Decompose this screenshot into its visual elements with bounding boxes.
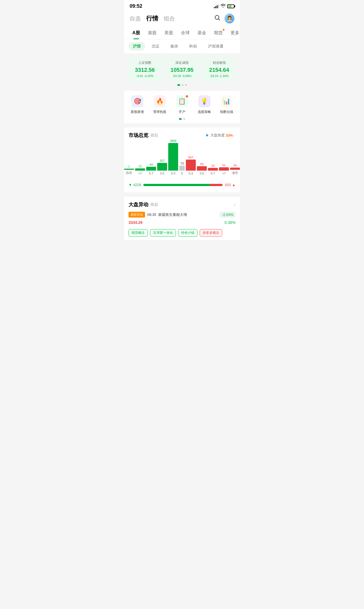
nav-tab-zuhe[interactable]: 组合 — [164, 15, 175, 22]
index-change-1: -93.30 -0.88% — [168, 74, 196, 78]
market-tab-hkshare[interactable]: 港股 — [144, 27, 160, 39]
avatar-image: 👩‍💼 — [226, 15, 232, 22]
arrow-down-icon: ▼ — [129, 183, 132, 187]
bar-col-2: 445-7 — [146, 163, 156, 175]
wifi-icon — [221, 4, 226, 9]
tag-pinduoduo[interactable]: 拼多多概念 — [200, 229, 222, 237]
nav-tab-hangqing[interactable]: 行情 — [146, 14, 158, 23]
quick-item-hotstock[interactable]: 🔥 雪球热股 — [149, 95, 171, 114]
market-overview-chart: 1跌停12>7445-73073-538660-37306670-3693-53… — [124, 142, 240, 181]
quick-item-indexval[interactable]: 📊 指数估值 — [215, 95, 238, 114]
bigmove-chart-row: 3334.29 0.36% — [124, 220, 240, 228]
index-change-2: -29.24 -1.34% — [205, 74, 233, 78]
bar-5 — [179, 166, 185, 171]
openacct-label: 开户 — [179, 110, 185, 114]
market-tab-ashare[interactable]: A股 — [129, 27, 144, 39]
index-card-shenzhen[interactable]: 深证成指 10537.95 -93.30 -0.88% — [165, 57, 200, 81]
bar-4 — [168, 143, 178, 171]
bar-0 — [124, 169, 134, 170]
progress-row: ▼ 4229 820 ▲ — [124, 181, 240, 188]
signal-icon — [214, 4, 219, 8]
bar-bottom-label-6: 0-3 — [189, 172, 193, 175]
market-tab-fund[interactable]: 基金 — [194, 27, 210, 39]
strategy-icon: 💡 — [198, 95, 210, 107]
tags-row: 期货概念 京津冀一体化 特色小镇 拼多多概念 — [124, 228, 240, 240]
heat-chevron-icon: › — [234, 133, 235, 138]
quick-item-strategy[interactable]: 💡 选股策略 — [193, 95, 215, 114]
bigmove-section: 大盘异动 收起 › 最新异动 09:35 家庭医生量能大增 -2.04% 333… — [124, 197, 240, 240]
index-cards-container: 上证指数 3312.56 -9.61 -0.29% 深证成指 10537.95 … — [124, 53, 240, 81]
arrow-up-icon: ▲ — [232, 183, 235, 187]
tag-qihuo[interactable]: 期货概念 — [129, 229, 148, 237]
bar-6 — [186, 160, 196, 171]
market-overview-collapse[interactable]: 收起 — [151, 133, 158, 138]
indexval-label: 指数估值 — [220, 110, 233, 114]
bigmove-collapse[interactable]: 收起 — [151, 202, 158, 207]
index-card-shangheng[interactable]: 上证指数 3312.56 -9.61 -0.29% — [127, 57, 162, 81]
market-tab-usshare[interactable]: 美股 — [160, 27, 177, 39]
sub-tab-beizh[interactable]: 北证 — [147, 42, 164, 51]
heat-indicator[interactable]: 大盘热度 33% › — [206, 133, 235, 138]
search-button[interactable] — [214, 14, 221, 23]
bar-3 — [157, 163, 167, 171]
tag-tese[interactable]: 特色小镇 — [178, 229, 197, 237]
market-overview-title: 市场总览 — [129, 132, 148, 139]
latest-pct: -2.04% — [220, 212, 235, 218]
quick-item-newstock[interactable]: 🎯 新股新债 — [126, 95, 149, 114]
heat-dot-icon — [206, 134, 208, 136]
market-tab-more[interactable]: 更多 — [227, 27, 240, 39]
rise-count: 820 ▲ — [225, 183, 235, 187]
bar-bottom-label-1: >7 — [138, 172, 142, 175]
market-tab-global[interactable]: 全球 — [177, 27, 194, 39]
bar-bottom-label-7: 3-5 — [200, 172, 204, 175]
bar-col-9: 51>7 — [219, 163, 229, 175]
tag-jingjin[interactable]: 京津冀一体化 — [150, 229, 176, 237]
nav-tab-zixuan[interactable]: 自选 — [130, 15, 141, 22]
index-name-0: 上证指数 — [131, 60, 159, 65]
bar-2 — [146, 167, 156, 171]
bar-top-label-5: 73 — [180, 162, 184, 165]
index-value-1: 10537.95 — [168, 67, 196, 73]
index-value-0: 3312.56 — [131, 67, 159, 73]
status-icons: ⚡ — [214, 4, 234, 9]
indexval-icon: 📊 — [221, 95, 233, 107]
sub-tab-hushengang[interactable]: 沪深港通 — [204, 42, 228, 51]
bigmove-header: 大盘异动 收起 › — [124, 197, 240, 211]
index-card-chuangye[interactable]: 创业板指 2154.64 -29.24 -1.34% — [202, 57, 237, 81]
dot-2-0 — [179, 118, 182, 120]
latest-badge: 最新异动 — [129, 212, 145, 218]
quick-access: 🎯 新股新债 🔥 雪球热股 📋 开户 💡 选股策略 📊 指数估值 — [124, 91, 240, 116]
bar-top-label-3: 307 — [160, 159, 165, 162]
sub-tab-hushen[interactable]: 沪深 — [129, 42, 145, 51]
dot-1-2 — [185, 84, 187, 86]
latest-text: 09:35 家庭医生量能大增 — [147, 212, 218, 217]
heat-label: 大盘热度 — [210, 133, 225, 138]
bar-col-4: 38660-3 — [168, 139, 178, 175]
bigmove-chevron-icon[interactable]: › — [234, 202, 235, 208]
quick-item-openacct[interactable]: 📋 开户 — [171, 95, 193, 114]
newstock-label: 新股新债 — [131, 110, 144, 114]
bar-col-6: 6670-3 — [186, 156, 196, 175]
bar-top-label-0: 1 — [128, 165, 130, 168]
dot-1-0 — [177, 84, 180, 86]
bar-bottom-label-9: >7 — [222, 172, 226, 175]
bar-col-1: 12>7 — [135, 165, 145, 175]
market-tab-futures[interactable]: 期货 — [210, 27, 227, 39]
bar-bottom-label-3: 3-5 — [160, 172, 164, 175]
progress-bar — [143, 184, 223, 186]
market-overview-header: 市场总览 收起 大盘热度 33% › — [124, 128, 240, 142]
bar-top-label-10: 34 — [233, 164, 237, 167]
latest-desc: 家庭医生量能大增 — [158, 213, 187, 217]
sub-tab-bankuai[interactable]: 板块 — [166, 42, 183, 51]
bar-7 — [197, 166, 207, 171]
bar-10 — [230, 168, 240, 170]
dot-2-1 — [183, 118, 185, 120]
bar-bottom-label-2: 5-7 — [149, 172, 153, 175]
progress-bar-fill — [143, 184, 210, 186]
market-category-tabs: A股 港股 美股 全球 基金 期货 更多 — [124, 27, 240, 39]
index-name-2: 创业板指 — [205, 60, 233, 65]
nav-tabs: 自选 行情 组合 — [130, 14, 175, 23]
avatar[interactable]: 👩‍💼 — [224, 14, 234, 23]
nav-header: 自选 行情 组合 👩‍💼 — [124, 11, 240, 27]
sub-tab-kechuang[interactable]: 科创 — [185, 42, 201, 51]
